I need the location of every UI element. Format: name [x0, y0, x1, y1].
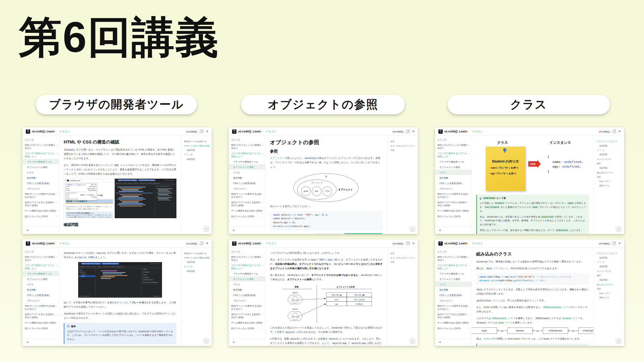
external-site-link[interactable]: ut.code();: [392, 130, 404, 133]
sidebar-item[interactable]: プロジェクト: [22, 186, 59, 191]
sidebar-item[interactable]: オブジェクトの参照: [435, 276, 472, 282]
sidebar-item[interactable]: CSS による配置(発展): [22, 292, 59, 298]
theme-toggle-icon[interactable]: ☀: [206, 242, 208, 245]
toc-item[interactable]: コンストラクタ: [597, 157, 622, 161]
sidebar-item[interactable]: 現代のアプリを支える技術を学ぼう(発展)›: [229, 200, 265, 208]
toc-item[interactable]: 参照: [390, 251, 416, 255]
toc-item[interactable]: 開発者ツールを起動する: [184, 251, 210, 255]
brand[interactable]: ut.code(); Learn: [32, 130, 55, 133]
sidebar-item[interactable]: チーム開発を始める前に(発展)›: [229, 320, 265, 325]
sidebar-item[interactable]: ようこそ: [435, 137, 472, 142]
scroll-top-button[interactable]: ∧: [616, 338, 622, 343]
toc-item[interactable]: Date クラス: [597, 179, 622, 184]
sidebar-item[interactable]: クラス: [22, 282, 59, 287]
devtools-tabs[interactable]: Elements Console Sources Network Perform…: [115, 182, 176, 185]
toc-item[interactable]: 確認問題: [184, 260, 210, 264]
sidebar-item[interactable]: Web サーバーが動作する仕組みを知ろう›: [435, 191, 472, 200]
debugger-panel-item[interactable]: ▸ Event Listener Breakpoints: [142, 282, 162, 284]
sidebar-item[interactable]: ブラウザの開発者ツール: [435, 271, 472, 276]
sidebar-item[interactable]: ブラウザで動作するアプリを構築しよう›: [22, 262, 59, 271]
sidebar-item[interactable]: チーム開発を始める前に(発展)›: [435, 208, 472, 214]
sidebar-item[interactable]: クラス: [229, 282, 265, 287]
toc-item[interactable]: 確認問題: [597, 153, 622, 157]
toc-item[interactable]: 演習: [390, 260, 416, 264]
toc-item[interactable]: クラスとインスタンス: [597, 139, 622, 143]
sidebar-item[interactable]: オブジェクトの参照: [229, 164, 265, 170]
toc-item[interactable]: 組み込みのクラス: [597, 282, 622, 287]
toc-item[interactable]: 継承: [597, 161, 622, 166]
sidebar-collapse-button[interactable]: «: [229, 339, 265, 346]
sidebar-item[interactable]: 無名関数: [22, 175, 59, 180]
nav-text-link[interactable]: テキスト: [59, 242, 70, 245]
file-tree-item[interactable]: script.js: [78, 275, 95, 277]
sidebar-item[interactable]: クラス: [229, 170, 265, 175]
toc-item[interactable]: メソッド: [597, 148, 622, 153]
sidebar-item[interactable]: 現代のアプリを支える技術を学ぼう(発展)›: [22, 200, 59, 208]
sidebar-item[interactable]: オブジェクトの参照: [22, 164, 59, 170]
run-program-button[interactable]: このプログラムを実行する↗: [344, 233, 383, 234]
external-site-link[interactable]: ut.code();: [392, 242, 404, 245]
toc-item[interactable]: 参照: [390, 139, 416, 143]
sidebar-item[interactable]: 旧カリキュラム (2020)›: [229, 325, 265, 331]
toc-item[interactable]: HTML や CSS の構造の確認: [184, 143, 210, 148]
brand[interactable]: ut.code(); Learn: [238, 130, 261, 133]
toc-item[interactable]: 確認問題: [184, 269, 210, 273]
utcode-logo[interactable]: UT.C: [26, 129, 30, 134]
toc-item[interactable]: 演習: [597, 287, 622, 291]
sidebar-item[interactable]: オブジェクトの参照: [229, 276, 265, 282]
sidebar-item[interactable]: 旧カリキュラム (2020)›: [22, 325, 59, 331]
brand[interactable]: ut.code(); Learn: [444, 242, 467, 245]
sidebar-item[interactable]: チーム開発を始める前に(発展)›: [22, 320, 59, 325]
external-site-link[interactable]: ut.code();: [186, 130, 198, 133]
toc-item[interactable]: クラスとインスタンス: [597, 251, 622, 255]
theme-toggle-icon[interactable]: ☀: [206, 130, 208, 133]
sidebar-item[interactable]: Web サーバーが動作する仕組みを知ろう›: [22, 303, 59, 312]
scroll-top-button[interactable]: ∧: [203, 226, 209, 231]
sidebar-item[interactable]: 無名関数: [229, 175, 265, 180]
sidebar-item[interactable]: Web プログラミングの基礎を学ぼう›: [22, 142, 59, 150]
toc-item[interactable]: Date クラス: [597, 291, 622, 296]
sidebar-item[interactable]: Web サーバーが動作する仕組みを知ろう›: [435, 303, 472, 312]
sidebar-item[interactable]: 現代のアプリを支える技術を学ぼう(発展)›: [435, 200, 472, 208]
utcode-logo[interactable]: UT.C: [26, 241, 30, 246]
toc-item[interactable]: 継承: [597, 273, 622, 278]
nav-text-link[interactable]: テキスト: [472, 242, 483, 245]
brand[interactable]: ut.code(); Learn: [238, 242, 261, 245]
sidebar-collapse-button[interactable]: «: [22, 339, 59, 346]
sidebar-item[interactable]: ブラウザの開発者ツール: [22, 271, 59, 276]
sidebar-collapse-button[interactable]: «: [435, 339, 472, 346]
debugger-panel-item[interactable]: ▾ Scope: [142, 274, 162, 276]
sidebar-item[interactable]: ブラウザの開発者ツール: [229, 271, 265, 276]
sidebar-item[interactable]: 無名関数: [435, 287, 472, 292]
sidebar-item[interactable]: CSS による配置(発展): [229, 180, 265, 186]
toc-item[interactable]: 確認問題: [597, 264, 622, 269]
toc-item[interactable]: 演習: [597, 175, 622, 179]
toc-item[interactable]: 組み込みのクラス: [597, 170, 622, 175]
sidebar-item[interactable]: 旧カリキュラム (2020)›: [229, 214, 265, 219]
sidebar-item[interactable]: CSS による配置(発展): [22, 180, 59, 186]
sidebar-item[interactable]: ブラウザで動作するアプリを構築しよう›: [229, 262, 265, 271]
sidebar-item[interactable]: 現代のアプリを支える技術を学ぼう(発展)›: [229, 312, 265, 320]
external-site-link[interactable]: ut.code();: [599, 130, 610, 133]
theme-toggle-icon[interactable]: ☀: [618, 242, 621, 245]
toc-item[interactable]: 図形クラス: [597, 184, 622, 188]
sidebar-item[interactable]: プロジェクト: [22, 298, 59, 303]
sidebar-item[interactable]: プロジェクト: [435, 186, 472, 191]
scroll-top-button[interactable]: ∧: [616, 226, 622, 231]
toc-item[interactable]: デバッガ: [184, 264, 210, 269]
sidebar-item[interactable]: 現代のアプリを支える技術を学ぼう(発展)›: [435, 312, 472, 320]
toc-item[interactable]: 確認問題: [597, 278, 622, 282]
sidebar-item[interactable]: CSS による配置(発展): [435, 180, 472, 186]
toc-item[interactable]: HTML や CSS の構造の確認: [184, 255, 210, 260]
external-site-link[interactable]: ut.code();: [186, 242, 198, 245]
toc-item[interactable]: 演習: [390, 148, 416, 153]
scroll-top-button[interactable]: ∧: [410, 226, 415, 231]
devtools-tabs[interactable]: Elements Console Sources Network Perform…: [78, 265, 162, 268]
sidebar-item[interactable]: チーム開発を始める前に(発展)›: [22, 208, 59, 214]
debugger-panel-item[interactable]: ▾ Call Stack: [142, 276, 162, 279]
sidebar-item[interactable]: 現代のアプリを支える技術を学ぼう(発展)›: [22, 312, 59, 320]
debugger-panel-item[interactable]: ▾ Breakpoints: [142, 271, 162, 274]
sidebar-item[interactable]: CSS による配置(発展): [435, 292, 472, 298]
toc-item[interactable]: 開発者ツールを起動する: [184, 139, 210, 143]
sidebar-item[interactable]: Web サーバーが動作する仕組みを知ろう›: [22, 191, 59, 200]
